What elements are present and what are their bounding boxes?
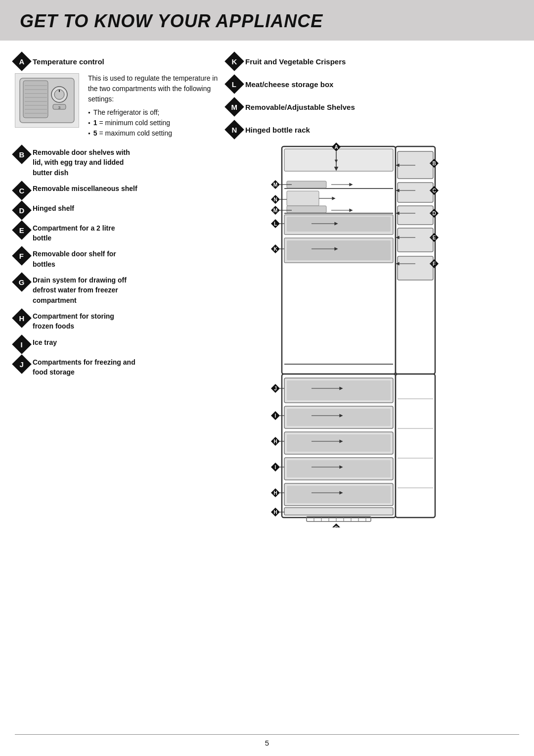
svg-text:K: K: [273, 246, 277, 252]
svg-rect-80: [287, 409, 391, 426]
badge-k: K: [224, 51, 244, 71]
temp-setting-1: The refrigerator is off;: [88, 107, 222, 118]
svg-text:L: L: [274, 221, 277, 227]
page-number: 5: [265, 739, 269, 747]
svg-rect-99: [284, 508, 393, 515]
page: GET TO KNOW YOUR APPLIANCE A Temperature…: [0, 0, 534, 756]
item-n: N Hinged bottle rack: [227, 123, 355, 137]
item-i: I Ice tray: [15, 337, 222, 351]
svg-rect-23: [287, 181, 326, 188]
svg-rect-32: [287, 206, 326, 213]
badge-f: F: [12, 246, 32, 266]
svg-text:N: N: [273, 197, 277, 202]
badge-d: D: [12, 200, 32, 220]
section-a-header: A Temperature control: [15, 54, 222, 68]
label-e: Compartment for a 2 litrebottle: [33, 223, 115, 243]
item-e: E Compartment for a 2 litrebottle: [15, 223, 222, 243]
svg-rect-95: [287, 486, 391, 503]
svg-rect-73: [396, 374, 435, 518]
label-h: Compartment for storingfrozen foods: [33, 311, 114, 331]
item-b: B Removable door shelves withlid, with e…: [15, 147, 222, 178]
svg-rect-51: [398, 183, 433, 202]
svg-text:M: M: [273, 182, 277, 188]
badge-i: I: [12, 334, 32, 354]
svg-text:H: H: [273, 510, 277, 515]
left-items: B Removable door shelves withlid, with e…: [15, 147, 222, 382]
svg-rect-85: [287, 434, 391, 452]
svg-text:I: I: [275, 413, 276, 419]
badge-h: H: [12, 308, 32, 328]
label-j: Compartments for freezing andfood storag…: [33, 357, 135, 378]
item-m: M Removable/Adjustable Shelves: [227, 100, 355, 114]
svg-rect-75: [287, 380, 391, 400]
temp-setting-2: 1 = minimum cold setting: [88, 118, 222, 128]
temp-control-desc: This is used to regulate the temperature…: [88, 73, 222, 139]
svg-text:I: I: [275, 465, 276, 470]
svg-rect-27: [287, 191, 319, 206]
badge-j: J: [12, 354, 32, 374]
section-a: A Temperature control: [15, 54, 222, 139]
label-a: Temperature control: [33, 57, 104, 66]
item-g: G Drain system for drawing offdefrost wa…: [15, 275, 222, 305]
left-column: A Temperature control: [15, 54, 222, 529]
svg-text:H: H: [273, 439, 277, 444]
badge-m: M: [224, 97, 244, 117]
label-b: Removable door shelves withlid, with egg…: [33, 147, 130, 178]
svg-text:3: 3: [58, 105, 61, 110]
diagram-svg: ▼ A M N: [227, 142, 445, 527]
svg-rect-37: [287, 217, 391, 232]
label-i: Ice tray: [33, 337, 57, 347]
svg-text:J: J: [274, 386, 277, 391]
label-g: Drain system for drawing offdefrost wate…: [33, 275, 127, 305]
temp-settings-list: The refrigerator is off; 1 = minimum col…: [88, 107, 222, 139]
badge-l: L: [224, 74, 244, 94]
item-f: F Removable door shelf forbottles: [15, 249, 222, 269]
badge-n: N: [224, 120, 244, 140]
label-l: Meat/cheese storage box: [245, 80, 333, 89]
page-title: GET TO KNOW YOUR APPLIANCE: [20, 11, 514, 32]
item-d: D Hinged shelf: [15, 203, 222, 217]
badge-g: G: [12, 272, 32, 292]
header-bar: GET TO KNOW YOUR APPLIANCE: [0, 0, 534, 41]
item-l: L Meat/cheese storage box: [227, 77, 355, 91]
item-h: H Compartment for storingfrozen foods: [15, 311, 222, 331]
svg-rect-42: [287, 240, 391, 260]
item-k: K Fruit and Vegetable Crispers: [227, 54, 355, 68]
svg-rect-56: [398, 206, 433, 225]
svg-text:G: G: [334, 525, 338, 527]
badge-b: B: [12, 144, 32, 164]
svg-rect-90: [287, 460, 391, 477]
label-f: Removable door shelf forbottles: [33, 249, 116, 269]
svg-text:A: A: [334, 144, 338, 150]
item-c: C Removable miscellaneous shelf: [15, 184, 222, 197]
item-j: J Compartments for freezing andfood stor…: [15, 357, 222, 378]
top-right-items: K Fruit and Vegetable Crispers L Meat/ch…: [227, 54, 355, 137]
badge-e: E: [12, 220, 32, 240]
label-c: Removable miscellaneous shelf: [33, 184, 137, 193]
svg-rect-1: [23, 81, 48, 118]
temp-setting-3: 5 = maximum cold setting: [88, 128, 222, 139]
label-d: Hinged shelf: [33, 203, 74, 213]
section-a-body: 3 This is used to: [15, 73, 222, 139]
svg-text:H: H: [273, 490, 277, 496]
label-n: Hinged bottle rack: [245, 126, 310, 134]
page-footer: 5: [15, 734, 519, 747]
right-column: K Fruit and Vegetable Crispers L Meat/ch…: [222, 54, 519, 529]
label-k: Fruit and Vegetable Crispers: [245, 57, 346, 66]
badge-c: C: [12, 181, 32, 200]
badge-a: A: [12, 51, 32, 71]
content-area: A Temperature control: [0, 54, 534, 529]
svg-rect-66: [398, 256, 433, 280]
svg-text:M: M: [273, 208, 277, 213]
svg-rect-61: [398, 228, 433, 252]
temp-control-image: 3: [15, 73, 79, 128]
refrigerator-diagram: ▼ A M N: [227, 142, 445, 529]
label-m: Removable/Adjustable Shelves: [245, 103, 355, 111]
